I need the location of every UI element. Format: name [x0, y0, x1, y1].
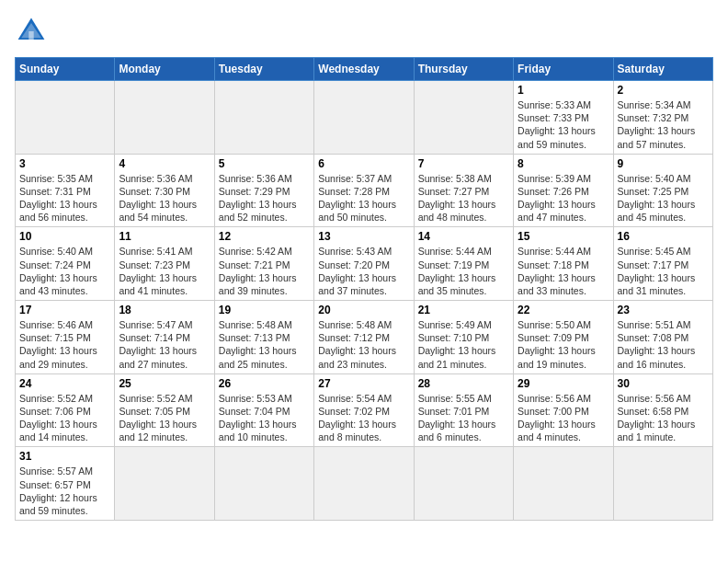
logo — [15, 15, 53, 48]
calendar-week-3: 17Sunrise: 5:46 AMSunset: 7:15 PMDayligh… — [16, 301, 713, 374]
day-number: 22 — [518, 304, 609, 316]
day-info: Sunrise: 5:52 AMSunset: 7:06 PMDaylight:… — [19, 392, 110, 444]
day-info: Sunrise: 5:33 AMSunset: 7:33 PMDaylight:… — [518, 98, 609, 151]
calendar-cell: 5Sunrise: 5:36 AMSunset: 7:29 PMDaylight… — [214, 154, 313, 227]
calendar-cell: 11Sunrise: 5:41 AMSunset: 7:23 PMDayligh… — [115, 227, 214, 301]
calendar-cell: 10Sunrise: 5:40 AMSunset: 7:24 PMDayligh… — [16, 227, 115, 301]
day-info: Sunrise: 5:41 AMSunset: 7:23 PMDaylight:… — [119, 245, 210, 297]
day-info: Sunrise: 5:42 AMSunset: 7:21 PMDaylight:… — [219, 245, 310, 297]
day-number: 27 — [318, 377, 409, 390]
day-info: Sunrise: 5:55 AMSunset: 7:01 PMDaylight:… — [418, 392, 509, 444]
day-info: Sunrise: 5:45 AMSunset: 7:17 PMDaylight:… — [618, 245, 709, 297]
day-info: Sunrise: 5:48 AMSunset: 7:12 PMDaylight:… — [318, 318, 409, 371]
day-number: 29 — [518, 377, 609, 390]
day-number: 21 — [418, 304, 509, 316]
day-number: 2 — [618, 84, 709, 97]
day-number: 23 — [618, 304, 709, 316]
day-info: Sunrise: 5:36 AMSunset: 7:29 PMDaylight:… — [219, 172, 310, 224]
calendar-cell — [214, 81, 313, 155]
calendar-cell — [414, 81, 513, 155]
calendar-cell: 4Sunrise: 5:36 AMSunset: 7:30 PMDaylight… — [115, 154, 214, 227]
calendar-cell: 6Sunrise: 5:37 AMSunset: 7:28 PMDaylight… — [314, 154, 414, 227]
day-number: 31 — [19, 450, 110, 463]
day-info: Sunrise: 5:51 AMSunset: 7:08 PMDaylight:… — [618, 318, 709, 371]
day-number: 16 — [618, 230, 709, 243]
day-info: Sunrise: 5:47 AMSunset: 7:14 PMDaylight:… — [119, 318, 210, 371]
calendar-table: SundayMondayTuesdayWednesdayThursdayFrid… — [15, 57, 713, 521]
day-info: Sunrise: 5:35 AMSunset: 7:31 PMDaylight:… — [19, 172, 110, 224]
calendar-cell: 25Sunrise: 5:52 AMSunset: 7:05 PMDayligh… — [115, 373, 214, 447]
calendar-cell: 18Sunrise: 5:47 AMSunset: 7:14 PMDayligh… — [115, 301, 214, 374]
day-number: 6 — [318, 157, 409, 170]
calendar-cell: 24Sunrise: 5:52 AMSunset: 7:06 PMDayligh… — [16, 373, 115, 447]
calendar-week-1: 3Sunrise: 5:35 AMSunset: 7:31 PMDaylight… — [16, 154, 713, 227]
day-number: 25 — [119, 377, 210, 390]
calendar-week-2: 10Sunrise: 5:40 AMSunset: 7:24 PMDayligh… — [16, 227, 713, 301]
day-info: Sunrise: 5:36 AMSunset: 7:30 PMDaylight:… — [119, 172, 210, 224]
calendar-cell: 14Sunrise: 5:44 AMSunset: 7:19 PMDayligh… — [414, 227, 513, 301]
calendar-cell: 22Sunrise: 5:50 AMSunset: 7:09 PMDayligh… — [514, 301, 613, 374]
day-number: 1 — [518, 84, 609, 97]
day-info: Sunrise: 5:38 AMSunset: 7:27 PMDaylight:… — [418, 172, 509, 224]
calendar-cell: 8Sunrise: 5:39 AMSunset: 7:26 PMDaylight… — [514, 154, 613, 227]
day-info: Sunrise: 5:52 AMSunset: 7:05 PMDaylight:… — [119, 392, 210, 444]
weekday-header-friday: Friday — [514, 58, 613, 81]
calendar-cell — [414, 447, 513, 521]
day-info: Sunrise: 5:44 AMSunset: 7:18 PMDaylight:… — [518, 245, 609, 297]
calendar-cell: 15Sunrise: 5:44 AMSunset: 7:18 PMDayligh… — [514, 227, 613, 301]
header — [15, 15, 713, 48]
weekday-header-thursday: Thursday — [414, 58, 513, 81]
weekday-header-tuesday: Tuesday — [214, 58, 313, 81]
calendar-cell: 7Sunrise: 5:38 AMSunset: 7:27 PMDaylight… — [414, 154, 513, 227]
calendar-cell: 3Sunrise: 5:35 AMSunset: 7:31 PMDaylight… — [16, 154, 115, 227]
day-info: Sunrise: 5:57 AMSunset: 6:57 PMDaylight:… — [19, 465, 110, 517]
calendar-cell: 31Sunrise: 5:57 AMSunset: 6:57 PMDayligh… — [16, 447, 115, 521]
day-number: 14 — [418, 230, 509, 243]
calendar-cell: 16Sunrise: 5:45 AMSunset: 7:17 PMDayligh… — [613, 227, 712, 301]
weekday-header-saturday: Saturday — [613, 58, 712, 81]
day-number: 5 — [219, 157, 310, 170]
day-info: Sunrise: 5:34 AMSunset: 7:32 PMDaylight:… — [618, 98, 709, 151]
calendar-week-4: 24Sunrise: 5:52 AMSunset: 7:06 PMDayligh… — [16, 373, 713, 447]
day-number: 4 — [119, 157, 210, 170]
day-number: 26 — [219, 377, 310, 390]
day-number: 15 — [518, 230, 609, 243]
day-info: Sunrise: 5:56 AMSunset: 6:58 PMDaylight:… — [618, 392, 709, 444]
day-number: 12 — [219, 230, 310, 243]
calendar-cell: 17Sunrise: 5:46 AMSunset: 7:15 PMDayligh… — [16, 301, 115, 374]
day-info: Sunrise: 5:37 AMSunset: 7:28 PMDaylight:… — [318, 172, 409, 224]
calendar-cell: 19Sunrise: 5:48 AMSunset: 7:13 PMDayligh… — [214, 301, 313, 374]
calendar-cell: 27Sunrise: 5:54 AMSunset: 7:02 PMDayligh… — [314, 373, 414, 447]
day-info: Sunrise: 5:44 AMSunset: 7:19 PMDaylight:… — [418, 245, 509, 297]
day-info: Sunrise: 5:40 AMSunset: 7:24 PMDaylight:… — [19, 245, 110, 297]
weekday-header-monday: Monday — [115, 58, 214, 81]
day-number: 20 — [318, 304, 409, 316]
calendar-cell — [115, 447, 214, 521]
calendar-cell: 9Sunrise: 5:40 AMSunset: 7:25 PMDaylight… — [613, 154, 712, 227]
day-number: 11 — [119, 230, 210, 243]
weekday-header-wednesday: Wednesday — [314, 58, 414, 81]
day-number: 30 — [618, 377, 709, 390]
day-info: Sunrise: 5:39 AMSunset: 7:26 PMDaylight:… — [518, 172, 609, 224]
calendar-cell — [314, 81, 414, 155]
weekday-row: SundayMondayTuesdayWednesdayThursdayFrid… — [16, 58, 713, 81]
day-info: Sunrise: 5:53 AMSunset: 7:04 PMDaylight:… — [219, 392, 310, 444]
calendar-cell: 26Sunrise: 5:53 AMSunset: 7:04 PMDayligh… — [214, 373, 313, 447]
calendar-cell: 23Sunrise: 5:51 AMSunset: 7:08 PMDayligh… — [613, 301, 712, 374]
calendar-header: SundayMondayTuesdayWednesdayThursdayFrid… — [16, 58, 713, 81]
calendar-cell — [16, 81, 115, 155]
calendar-week-0: 1Sunrise: 5:33 AMSunset: 7:33 PMDaylight… — [16, 81, 713, 155]
day-info: Sunrise: 5:50 AMSunset: 7:09 PMDaylight:… — [518, 318, 609, 371]
calendar-cell: 1Sunrise: 5:33 AMSunset: 7:33 PMDaylight… — [514, 81, 613, 155]
day-info: Sunrise: 5:48 AMSunset: 7:13 PMDaylight:… — [219, 318, 310, 371]
day-number: 28 — [418, 377, 509, 390]
day-number: 7 — [418, 157, 509, 170]
calendar-cell — [613, 447, 712, 521]
page: SundayMondayTuesdayWednesdayThursdayFrid… — [0, 0, 728, 563]
calendar-cell — [514, 447, 613, 521]
day-number: 24 — [19, 377, 110, 390]
calendar-cell: 29Sunrise: 5:56 AMSunset: 7:00 PMDayligh… — [514, 373, 613, 447]
calendar-body: 1Sunrise: 5:33 AMSunset: 7:33 PMDaylight… — [16, 81, 713, 521]
calendar-cell — [314, 447, 414, 521]
weekday-header-sunday: Sunday — [16, 58, 115, 81]
